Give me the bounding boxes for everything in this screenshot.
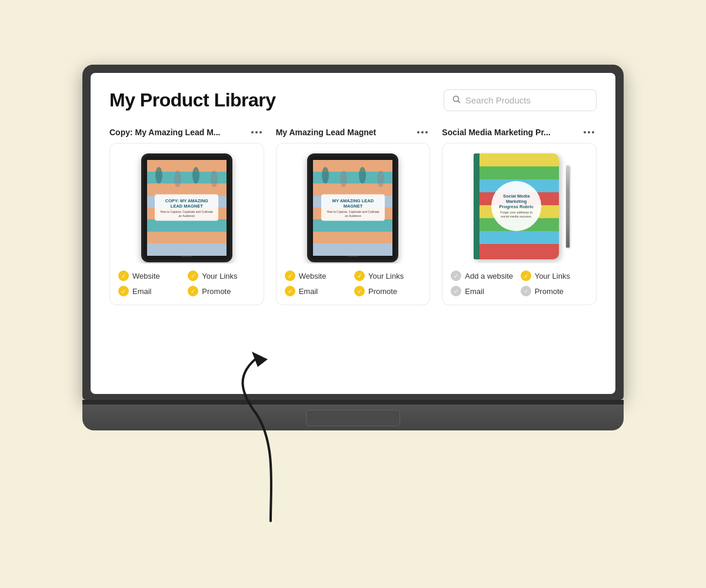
product-image-3: Social Media Marketing Progress Rubric F… [451,152,588,263]
tablet-screen-1: COPY: MY AMAZING LEAD MAGNET How to Capt… [147,160,227,256]
app-header: My Product Library Search Products [109,89,597,111]
product-image-2: MY AMAZING LEAD MAGNET How to Capture, C… [285,152,422,263]
cover-text-1: COPY: MY AMAZING LEAD MAGNET How to Capt… [155,195,218,221]
action-yourlinks-2[interactable]: ✓ Your Links [354,270,421,281]
check-icon: ✓ [188,286,198,296]
product-grid: Copy: My Amazing Lead M... [109,128,597,305]
tablet-mockup-1: COPY: MY AMAZING LEAD MAGNET How to Capt… [141,153,232,262]
product-card-3: Social Media Marketing Progress Rubric F… [442,143,597,305]
action-email-2[interactable]: ✓ Email [285,286,352,296]
product-title-2: My Amazing Lead Magnet [276,128,377,137]
laptop: My Product Library Search Products [82,65,624,429]
product-col-1: Copy: My Amazing Lead M... [109,128,264,305]
action-label: Email [465,287,484,296]
screen-bezel: My Product Library Search Products [82,65,624,400]
cover-main-text-2: MY AMAZING LEAD MAGNET [326,198,380,209]
product-image-1: COPY: MY AMAZING LEAD MAGNET How to Capt… [118,152,255,263]
cover-sub-text-2: How to Capture, Captivate and Cultivate … [326,210,380,218]
book-content-overlay: Social Media Marketing Progress Rubric F… [474,153,559,259]
dot [259,131,262,133]
action-label: Promote [202,287,231,296]
tablet-mockup-2: MY AMAZING LEAD MAGNET How to Capture, C… [307,153,398,262]
action-label: Email [299,287,318,296]
book-pen [566,165,570,248]
product-title-1: Copy: My Amazing Lead M... [109,128,221,137]
action-website-1[interactable]: ✓ Website [118,270,185,281]
tablet-screen-2: MY AMAZING LEAD MAGNET How to Capture, C… [313,160,392,256]
product-col-3: Social Media Marketing Pr... [442,128,597,305]
action-promote-2[interactable]: ✓ Promote [354,286,421,296]
dot [255,131,258,133]
page-title: My Product Library [109,89,276,111]
check-icon: ✓ [521,270,531,281]
check-icon: ✓ [188,270,198,281]
dot [417,131,419,133]
action-items-3: ✓ Add a website ✓ Your Links ✓ [451,270,588,296]
product-col-2: My Amazing Lead Magnet [276,128,431,305]
action-label: Promote [368,287,397,296]
action-label: Your Links [202,272,237,280]
book-mockup: Social Media Marketing Progress Rubric F… [474,153,565,262]
product-col-header-3: Social Media Marketing Pr... [442,128,597,137]
search-box[interactable]: Search Products [444,89,597,111]
product-title-3: Social Media Marketing Pr... [442,128,550,137]
product-col-header-2: My Amazing Lead Magnet [276,128,431,137]
book-title: Social Media Marketing Progress Rubric [496,193,537,209]
check-icon: ✓ [354,270,365,281]
cover-text-2: MY AMAZING LEAD MAGNET How to Capture, C… [321,195,385,221]
check-icon: ✓ [451,270,461,281]
action-label: Your Links [535,272,570,280]
action-email-3[interactable]: ✓ Email [451,286,518,296]
scene: My Product Library Search Products [29,29,677,559]
check-icon: ✓ [118,270,129,281]
book-sub: Forge your pathway to social media succe… [496,211,537,219]
svg-point-0 [454,96,459,102]
action-items-2: ✓ Website ✓ Your Links ✓ [285,270,422,296]
trackpad [306,410,400,426]
dot [584,131,586,133]
action-items-1: ✓ Website ✓ Your Links ✓ [118,270,255,296]
action-label: Promote [535,287,564,296]
dot [425,131,428,133]
screen-inner: My Product Library Search Products [91,73,615,394]
dot [251,131,254,133]
cover-main-text-1: COPY: MY AMAZING LEAD MAGNET [159,198,214,209]
action-email-1[interactable]: ✓ Email [118,286,185,296]
search-icon [452,95,461,105]
check-icon: ✓ [521,286,531,296]
action-label: Website [132,272,160,280]
check-icon: ✓ [285,286,295,296]
action-website-3[interactable]: ✓ Add a website [451,270,518,281]
dot [592,131,594,133]
check-icon: ✓ [354,286,365,296]
check-icon: ✓ [451,286,461,296]
dot [588,131,590,133]
product-card-2: MY AMAZING LEAD MAGNET How to Capture, C… [276,143,431,305]
action-label: Website [299,272,327,280]
product-menu-1[interactable] [249,130,264,135]
product-col-header-1: Copy: My Amazing Lead M... [109,128,264,137]
app-content: My Product Library Search Products [91,73,615,394]
check-icon: ✓ [285,270,295,281]
book-body: Social Media Marketing Progress Rubric F… [474,153,559,259]
product-menu-2[interactable] [415,130,430,135]
action-yourlinks-1[interactable]: ✓ Your Links [188,270,255,281]
cover-sub-text-1: How to Capture, Captivate and Cultivate … [159,210,214,218]
action-promote-1[interactable]: ✓ Promote [188,286,255,296]
action-label: Your Links [368,272,404,280]
action-yourlinks-3[interactable]: ✓ Your Links [521,270,588,281]
product-menu-3[interactable] [581,130,597,135]
dot [421,131,424,133]
action-promote-3[interactable]: ✓ Promote [521,286,588,296]
check-icon: ✓ [118,286,129,296]
product-card-1: COPY: MY AMAZING LEAD MAGNET How to Capt… [109,143,264,305]
svg-line-1 [458,101,461,103]
action-label: Add a website [465,272,513,280]
action-label: Email [132,287,152,296]
keyboard-base [82,400,624,430]
search-placeholder: Search Products [465,95,531,105]
book-circle: Social Media Marketing Progress Rubric F… [491,181,541,231]
action-website-2[interactable]: ✓ Website [285,270,352,281]
